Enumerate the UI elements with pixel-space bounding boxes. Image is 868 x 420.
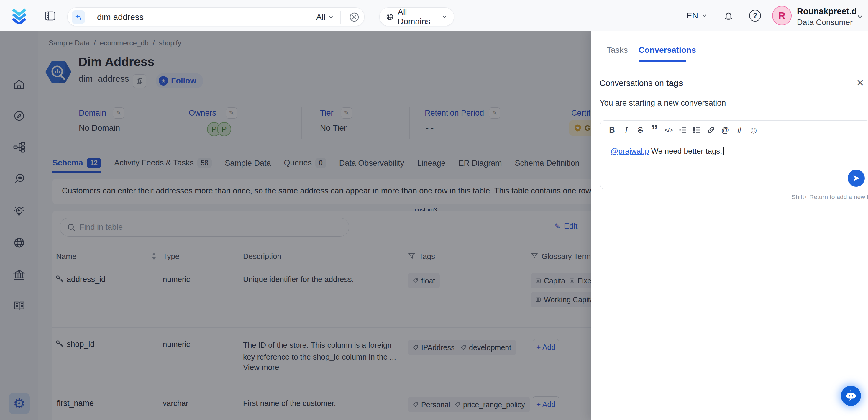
all-domains-label: All Domains [398,7,437,26]
send-icon [852,174,860,182]
editor-content[interactable]: @prajwal.p We need better tags. [611,147,724,156]
hashtag-icon[interactable]: # [734,124,744,137]
avatar-initial: R [778,10,785,21]
tab-conversations[interactable]: Conversations [639,46,696,55]
mention-icon[interactable]: @ [720,124,730,137]
chevron-down-icon [701,12,708,19]
search-scope-dropdown[interactable]: All [316,8,334,27]
ordered-list-icon[interactable] [678,124,688,137]
globe-icon [386,13,394,21]
chevron-down-icon [328,14,334,20]
emoji-icon[interactable]: ☺ [749,124,758,137]
clear-search-icon[interactable] [348,11,360,23]
conversation-subject: tags [666,79,683,88]
help-icon[interactable]: ? [749,10,761,22]
code-icon[interactable]: </> [663,124,674,137]
ai-sparkle-icon[interactable] [72,10,85,24]
send-button[interactable] [848,170,865,187]
user-menu[interactable]: Rounakpreet.d Data Consumer [797,6,857,27]
user-name: Rounakpreet.d [797,6,857,16]
editor-hint: Shift+ Return to add a new line [792,193,868,201]
blockquote-icon[interactable]: ” [649,124,659,137]
user-role: Data Consumer [797,18,857,27]
link-icon[interactable] [706,124,716,137]
app-window: dim address All All Domains [0,0,868,420]
language-selector[interactable]: EN [687,0,708,31]
comment-editor[interactable]: B I S ” </> @ # ☺ @prajwal.p [600,120,868,189]
chevron-down-icon [441,13,447,20]
bullet-list-icon[interactable] [692,124,702,137]
tab-tasks[interactable]: Tasks [607,46,628,55]
drawer-tabs-divider [591,62,868,62]
conversation-heading: Conversations on tags [599,79,683,88]
chatbot-button[interactable] [841,386,861,406]
mention-link[interactable]: @prajwal.p [611,147,649,155]
text-cursor [723,147,724,155]
bold-icon[interactable]: B [607,124,617,137]
editor-divider [600,140,868,140]
divider [340,11,341,24]
atlan-logo[interactable] [11,7,28,24]
editor-text: We need better tags. [649,147,722,155]
conversation-status: You are starting a new conversation [599,98,726,108]
search-input[interactable]: dim address [97,8,144,27]
editor-toolbar: B I S ” </> @ # ☺ [607,124,758,137]
language-label: EN [687,11,698,20]
search-scope-label: All [316,12,325,22]
top-navbar: dim address All All Domains [0,0,868,31]
divider [91,11,91,24]
conversations-drawer: Tasks Conversations Conversations on tag… [591,31,868,420]
italic-icon[interactable]: I [621,124,631,137]
global-search: dim address All [67,7,365,26]
panel-toggle-icon[interactable] [44,10,56,22]
strikethrough-icon[interactable]: S [635,124,645,137]
robot-icon [845,390,857,402]
help-glyph: ? [753,11,757,20]
user-avatar[interactable]: R [772,6,792,25]
chevron-down-icon[interactable] [856,12,864,21]
close-icon[interactable]: ✕ [856,77,864,88]
notifications-bell-icon[interactable] [722,10,734,22]
all-domains-button[interactable]: All Domains [379,7,454,26]
